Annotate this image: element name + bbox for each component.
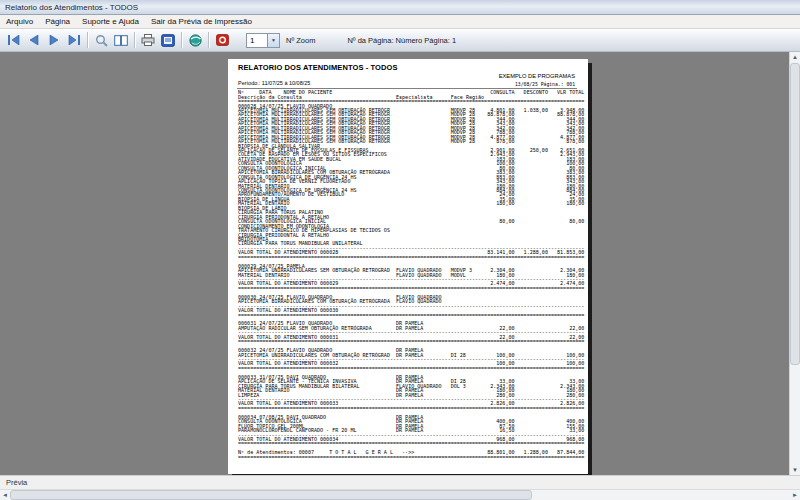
next-page-button[interactable]	[44, 31, 64, 49]
menu-item-arquivo[interactable]: Arquivo	[0, 17, 39, 26]
app-window: Relatorio dos Atendimentos - TODOS Arqui…	[0, 0, 800, 500]
vertical-scrollbar-thumb[interactable]	[790, 63, 800, 365]
scroll-left-icon[interactable]: ◄	[0, 490, 10, 500]
report-line: ========================================…	[238, 366, 586, 370]
horizontal-scrollbar-thumb[interactable]	[10, 490, 532, 500]
toolbar-separator	[87, 32, 88, 48]
scroll-down-icon[interactable]: ▼	[790, 465, 800, 475]
status-bar: Prévia	[0, 475, 800, 489]
zoom-button[interactable]	[91, 31, 111, 49]
stop-icon	[216, 34, 229, 46]
report-line: ========================================…	[238, 313, 586, 317]
report-line: ========================================…	[238, 255, 586, 259]
report-title: RELATORIO DOS ATENDIMENTOS - TODOS	[238, 63, 398, 72]
two-page-view-button[interactable]	[111, 31, 131, 49]
report-line: ========================================…	[238, 455, 586, 459]
vertical-scrollbar[interactable]: ▲ ▼	[789, 52, 800, 475]
export-html-button[interactable]	[185, 31, 205, 49]
first-page-button[interactable]	[4, 31, 24, 49]
report-line: ========================================…	[238, 406, 586, 410]
printer-icon	[141, 34, 155, 46]
preview-area: RELATORIO DOS ATENDIMENTOS - TODOS EXEMP…	[0, 52, 800, 475]
prev-page-icon	[28, 35, 40, 45]
globe-icon	[189, 34, 202, 47]
report-date-page: 13/08/25 Página.: 001	[515, 82, 575, 88]
toolbar-separator	[134, 32, 135, 48]
toolbar-separator	[181, 32, 182, 48]
window-titlebar[interactable]: Relatorio dos Atendimentos - TODOS	[0, 0, 800, 15]
report-lines: Nº DATA NOME DO PACIENTE CONSULTA DESCON…	[238, 91, 586, 460]
toolbar: 1 ▼ Nº Zoom Nº da Página: Número Página:…	[0, 29, 800, 52]
status-text: Prévia	[0, 478, 27, 487]
report-line: ========================================…	[238, 286, 586, 290]
last-page-button[interactable]	[64, 31, 84, 49]
zoom-select[interactable]: 1 ▼	[246, 33, 280, 48]
report-period: Período.: 11/07/25 à 10/08/25	[238, 80, 310, 86]
report-line: ========================================…	[238, 339, 586, 343]
company-name: EXEMPLO DE PROGRAMAS	[499, 73, 575, 79]
first-page-icon	[7, 35, 21, 45]
chevron-down-icon[interactable]: ▼	[267, 34, 279, 47]
page-number-label: Nº da Página: Número Página: 1	[347, 36, 456, 45]
menu-item-sair-da-previa[interactable]: Sair da Prévia de Impressão	[145, 17, 258, 26]
horizontal-scrollbar[interactable]: ◄ ►	[0, 489, 800, 500]
open-book-icon	[114, 35, 128, 46]
zoom-select-value: 1	[247, 36, 267, 45]
scroll-right-icon[interactable]: ►	[790, 490, 800, 500]
scroll-up-icon[interactable]: ▲	[790, 52, 800, 62]
next-page-icon	[48, 35, 60, 45]
menu-item-suporte-e-ajuda[interactable]: Suporte e Ajuda	[76, 17, 145, 26]
report-line: ========================================…	[238, 442, 586, 446]
close-preview-button[interactable]	[212, 31, 232, 49]
last-page-icon	[67, 35, 81, 45]
prev-page-button[interactable]	[24, 31, 44, 49]
report-setup-button[interactable]	[158, 31, 178, 49]
window-title: Relatorio dos Atendimentos - TODOS	[0, 3, 138, 12]
menu-item-pagina[interactable]: Página	[39, 17, 76, 26]
report-setup-icon	[161, 34, 175, 47]
print-button[interactable]	[138, 31, 158, 49]
report-content: RELATORIO DOS ATENDIMENTOS - TODOS EXEMP…	[228, 59, 588, 474]
menu-bar: Arquivo Página Suporte e Ajuda Sair da P…	[0, 15, 800, 29]
toolbar-separator	[208, 32, 209, 48]
zoom-number-label: Nº Zoom	[286, 36, 315, 45]
report-page[interactable]: RELATORIO DOS ATENDIMENTOS - TODOS EXEMP…	[228, 59, 588, 474]
magnifier-icon	[95, 34, 108, 47]
